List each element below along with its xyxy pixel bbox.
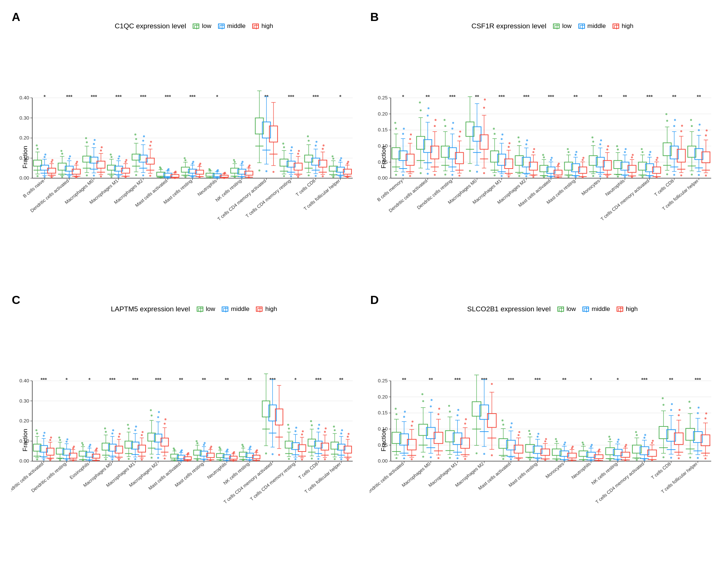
svg-point-968: [128, 428, 129, 429]
svg-point-1405: [502, 458, 504, 460]
svg-text:T cells CD8: T cells CD8: [297, 461, 319, 480]
svg-point-575: [508, 176, 510, 177]
svg-point-556: [493, 128, 495, 130]
svg-text:0.30: 0.30: [19, 115, 29, 121]
svg-point-647: [568, 176, 570, 178]
svg-point-510: [452, 174, 453, 176]
svg-text:***: ***: [454, 377, 461, 383]
svg-point-564: [501, 138, 503, 140]
svg-text:T cells CD8: T cells CD8: [653, 178, 675, 197]
svg-point-676: [592, 137, 593, 138]
svg-text:Dendritic cells activated: Dendritic cells activated: [370, 461, 405, 496]
svg-point-1220: [324, 431, 326, 433]
svg-point-40: [44, 153, 46, 155]
legend-label-high: high: [261, 22, 273, 30]
svg-point-159: [142, 140, 144, 142]
svg-point-796: [690, 119, 692, 121]
svg-text:T cells CD8: T cells CD8: [650, 461, 672, 480]
svg-text:*: *: [295, 377, 297, 383]
svg-text:T cells CD4 memory activated: T cells CD4 memory activated: [223, 461, 273, 505]
svg-point-766: [665, 113, 667, 115]
svg-point-362: [315, 145, 317, 146]
svg-point-478: [427, 114, 429, 116]
chart-svg-A: 0.000.100.200.300.40*B cells naive***Den…: [11, 31, 358, 283]
legend-item-high: high: [256, 305, 277, 313]
svg-point-948: [112, 429, 114, 431]
svg-point-957: [119, 433, 121, 435]
svg-point-160: [143, 135, 145, 137]
svg-point-458: [410, 134, 412, 135]
svg-point-1553: [636, 434, 638, 436]
svg-text:*: *: [402, 94, 404, 100]
legend-item-middle: middle: [218, 22, 246, 30]
svg-point-190: [168, 168, 169, 170]
svg-point-1602: [679, 409, 681, 411]
svg-text:Macrophages M1: Macrophages M1: [428, 461, 458, 488]
svg-point-332: [290, 149, 292, 151]
svg-point-1357: [457, 414, 458, 416]
svg-point-785: [680, 174, 682, 176]
svg-point-168: [149, 145, 151, 146]
svg-text:***: ***: [315, 377, 321, 383]
svg-point-1252: [347, 459, 349, 461]
svg-point-625: [551, 157, 553, 159]
svg-text:**: **: [562, 377, 567, 383]
svg-text:**: **: [574, 94, 578, 100]
svg-point-289: [248, 177, 250, 178]
svg-text:**: **: [669, 377, 674, 383]
svg-point-355: [308, 174, 310, 176]
svg-point-1442: [537, 436, 539, 438]
svg-point-1233: [333, 426, 335, 428]
svg-point-78: [75, 163, 77, 164]
svg-point-341: [297, 153, 299, 155]
svg-point-90: [86, 141, 88, 143]
svg-point-1017: [164, 418, 166, 420]
svg-point-910: [82, 459, 84, 461]
svg-point-1495: [582, 459, 584, 461]
svg-point-724: [632, 154, 634, 156]
svg-text:Macrophages M0: Macrophages M0: [401, 461, 432, 488]
svg-point-958: [118, 459, 120, 461]
svg-point-1328: [431, 399, 432, 401]
svg-point-815: [705, 174, 707, 176]
svg-point-229: [199, 163, 201, 164]
svg-point-938: [105, 431, 107, 433]
svg-point-1128: [250, 446, 251, 447]
svg-text:0.00: 0.00: [19, 458, 29, 464]
svg-text:***: ***: [646, 94, 653, 100]
svg-point-1181: [295, 430, 296, 432]
svg-point-1078: [210, 460, 211, 461]
svg-point-544: [484, 99, 486, 100]
svg-point-69: [68, 157, 70, 159]
svg-point-50: [51, 176, 53, 178]
svg-point-1162: [278, 454, 280, 456]
svg-point-1585: [663, 456, 664, 458]
legend-item-high: high: [617, 305, 638, 313]
svg-text:**: **: [475, 94, 479, 100]
svg-point-343: [297, 176, 299, 178]
svg-text:***: ***: [109, 377, 115, 383]
svg-point-1366: [464, 422, 466, 424]
svg-point-675: [592, 141, 594, 142]
svg-point-353: [308, 140, 310, 142]
svg-point-99: [93, 143, 95, 145]
svg-point-775: [674, 119, 676, 121]
legend-icon-low: [193, 24, 199, 29]
svg-point-1583: [663, 404, 664, 406]
svg-text:***: ***: [66, 94, 72, 100]
legend-item-high: high: [613, 22, 634, 30]
svg-point-459: [409, 175, 411, 177]
svg-point-1503: [591, 444, 593, 446]
svg-point-1204: [311, 457, 313, 459]
svg-point-170: [149, 175, 151, 177]
svg-text:***: ***: [535, 377, 541, 383]
panel-B: BCSF1R expression levellowmiddlehighFrac…: [366, 7, 721, 287]
svg-point-745: [649, 151, 651, 153]
svg-point-1533: [618, 439, 620, 440]
svg-point-1472: [563, 443, 565, 445]
svg-point-594: [525, 143, 527, 145]
svg-point-1444: [537, 459, 539, 461]
svg-point-1513: [598, 460, 600, 461]
svg-point-1222: [324, 458, 326, 460]
svg-point-986: [141, 434, 143, 436]
